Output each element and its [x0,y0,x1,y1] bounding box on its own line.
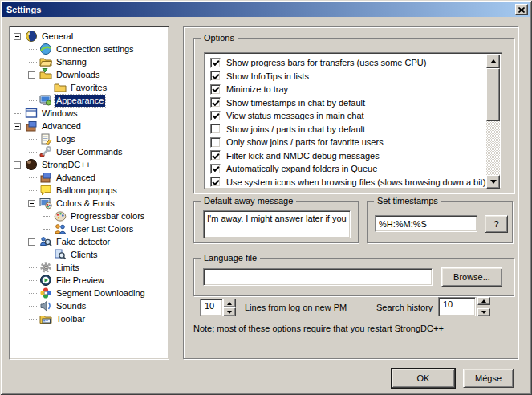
option-row-show-joins-parts-in-chat-by-default[interactable]: Show joins / parts in chat by default [205,123,502,136]
checkbox-checked-icon[interactable] [210,84,221,95]
scrollbar-thumb[interactable] [486,68,500,121]
option-row-minimize-to-tray[interactable]: Minimize to tray [205,83,502,96]
pm-lines-label: Lines from log on new PM [245,303,347,313]
collapse-icon[interactable] [28,71,35,79]
titlebar[interactable]: Settings [2,2,530,17]
tree-item-label: Segment Downloading [55,287,147,299]
arrow-up-icon [481,299,486,303]
collapse-icon[interactable] [28,238,35,246]
tree-item-favorites[interactable]: Favorites [10,81,169,94]
tree-guide-line [29,319,37,320]
tree-guide-line [43,229,51,230]
tree-item-user-list-colors[interactable]: User List Colors [10,222,169,235]
tree-guide-line [29,152,37,153]
tree-item-limits[interactable]: Limits [10,261,169,274]
spinner-down-button[interactable] [223,307,236,316]
tree-item-advanced[interactable]: Advanced [10,120,169,132]
close-button[interactable] [515,4,528,15]
tree-item-file-preview[interactable]: File Preview [10,274,169,287]
tree-item-strongdc[interactable]: StrongDC++ [10,158,169,171]
tree-item-logs[interactable]: Logs [10,132,169,145]
tree-item-connection-settings[interactable]: Connection settings [10,43,169,55]
option-row-view-status-messages-in-main-chat[interactable]: View status messages in main chat [205,109,502,123]
tree-item-appearance[interactable]: Appearance [10,94,169,107]
tree-item-label: Windows [40,108,79,120]
search-history-value[interactable]: 10 [438,297,476,316]
cancel-button[interactable]: Mégse [463,369,514,388]
tree-guide-line [29,100,37,101]
checkbox-checked-icon[interactable] [210,111,221,121]
browse-button[interactable]: Browse... [441,267,502,287]
tree-item-downloads[interactable]: Downloads [10,68,169,81]
settings-page-panel: Options Show progress bars for transfers… [183,26,518,359]
options-group: Options Show progress bars for transfers… [193,38,514,193]
collapse-icon[interactable] [14,33,21,40]
language-file-input[interactable] [203,268,433,286]
checkbox-checked-icon[interactable] [210,150,221,161]
detector-icon [39,235,52,248]
arrow-up-icon [490,59,497,63]
tree-item-segment-downloading[interactable]: Segment Downloading [10,287,169,299]
tree-item-fake-detector[interactable]: Fake detector [10,235,169,248]
checkbox-unchecked-icon[interactable] [210,137,221,148]
checkbox-checked-icon[interactable] [210,58,221,68]
option-row-filter-kick-and-nmdc-debug-messages[interactable]: Filter kick and NMDC debug messages [205,149,502,163]
arrow-down-icon [490,180,497,184]
tree-item-sharing[interactable]: Sharing [10,55,169,68]
tree-item-clients[interactable]: Clients [10,248,169,261]
collapse-icon[interactable] [14,161,21,169]
option-row-use-system-icons-when-browsing-files-slo[interactable]: Use system icons when browsing files (sl… [205,176,502,189]
ok-button[interactable]: OK [392,369,455,388]
tree-item-sounds[interactable]: Sounds [10,299,169,312]
collapse-icon[interactable] [28,200,35,207]
settings-tree[interactable]: GeneralConnection settingsSharingDownloa… [9,26,169,360]
tree-guide-line [43,88,51,88]
option-label: Show progress bars for transfers (uses s… [226,58,426,67]
spinner-up-button[interactable] [477,297,490,305]
checkbox-unchecked-icon[interactable] [210,124,221,134]
tree-item-windows[interactable]: Windows [10,107,169,120]
tree-item-label: Connection settings [55,43,136,55]
tree-item-colors-fonts[interactable]: Colors & Fonts [10,197,169,210]
tree-item-general[interactable]: General [10,30,169,43]
checkbox-checked-icon[interactable] [210,71,221,81]
tree-guide-line [29,280,37,281]
pm-lines-value[interactable]: 10 [200,299,223,316]
option-row-show-progress-bars-for-transfers-uses-so[interactable]: Show progress bars for transfers (uses s… [205,56,502,70]
tree-guide-line [43,216,51,217]
tree-item-balloon-popups[interactable]: Balloon popups [10,184,169,197]
tree-item-advanced[interactable]: Advanced [10,171,169,184]
gear-icon [39,261,52,274]
arrow-up-icon [227,302,232,305]
downloads-icon [39,68,52,81]
options-list[interactable]: Show progress bars for transfers (uses s… [204,52,502,189]
tree-item-label: Clients [69,249,99,261]
tree-item-toolbar[interactable]: Toolbar [10,312,169,325]
checkbox-checked-icon[interactable] [210,177,221,187]
checkbox-checked-icon[interactable] [210,164,221,174]
spinner-up-button[interactable] [223,299,236,307]
search-history-spinner[interactable]: 10 [438,297,490,316]
option-row-show-infotips-in-lists[interactable]: Show InfoTips in lists [205,70,502,83]
tree-item-label: Appearance [55,95,105,107]
tree-item-label: Sounds [55,300,87,312]
scroll-down-button[interactable] [486,175,500,189]
tree-item-user-commands[interactable]: User Commands [10,145,169,158]
option-label: Use system icons when browsing files (sl… [226,177,485,187]
option-row-show-timestamps-in-chat-by-default[interactable]: Show timestamps in chat by default [205,96,502,110]
spinner-down-button[interactable] [477,308,490,316]
option-row-only-show-joins-parts-for-favorite-users[interactable]: Only show joins / parts for favorite use… [205,136,502,149]
tree-item-label: Logs [55,133,77,145]
collapse-icon[interactable] [14,123,21,130]
tree-item-label: User List Colors [69,223,135,235]
option-row-automatically-expand-folders-in-queue[interactable]: Automatically expand folders in Queue [205,162,502,176]
away-message-input[interactable]: I'm away. I might answer later if you [203,210,351,238]
timestamp-help-button[interactable]: ? [485,215,508,233]
timestamp-format-input[interactable] [375,215,477,232]
options-scrollbar[interactable] [486,55,500,189]
scroll-up-button[interactable] [486,55,500,68]
tree-item-progressbar-colors[interactable]: Progressbar colors [10,210,169,222]
checkbox-checked-icon[interactable] [210,97,221,108]
wrench-icon [39,145,52,158]
pm-lines-spinner[interactable]: 10 [200,299,236,316]
